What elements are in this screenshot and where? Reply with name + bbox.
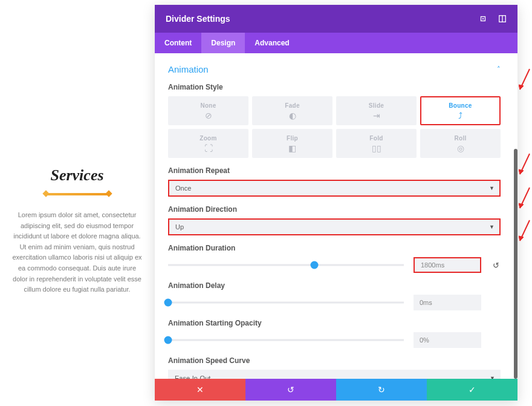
caret-down-icon: ▼ (489, 224, 495, 230)
tab-content[interactable]: Content (155, 33, 201, 53)
none-icon: ⊘ (205, 111, 212, 120)
section-title-text: Animation (168, 64, 209, 74)
style-tile-zoom[interactable]: Zoom⛶ (168, 129, 248, 158)
svg-marker-11 (519, 236, 524, 241)
modal-footer: ✕ ↺ ↻ ✓ (155, 379, 517, 401)
opacity-slider[interactable] (168, 334, 404, 346)
label-delay: Animation Delay (168, 281, 501, 290)
scrollbar[interactable] (514, 149, 517, 379)
tabs: Content Design Advanced (155, 33, 517, 53)
redo-button[interactable]: ↻ (336, 379, 427, 401)
delay-row: 0ms ↺ (168, 295, 501, 310)
style-tile-fade[interactable]: Fade◐ (252, 96, 332, 125)
style-tile-slide[interactable]: Slide⇥ (336, 96, 417, 125)
style-tile-none[interactable]: None⊘ (168, 96, 248, 125)
duration-row: 1800ms ↺ (168, 257, 501, 273)
services-heading: Services (11, 166, 143, 185)
modal-header: Divider Settings (155, 5, 517, 33)
svg-line-6 (520, 154, 530, 174)
zoom-icon: ⛶ (204, 144, 213, 152)
tab-design[interactable]: Design (201, 33, 245, 53)
save-button[interactable]: ✓ (427, 379, 517, 401)
page-preview: Services Lorem ipsum dolor sit amet, con… (0, 0, 154, 406)
svg-marker-9 (519, 203, 524, 208)
style-tile-roll[interactable]: Roll◎ (420, 129, 501, 158)
header-icons (479, 15, 507, 23)
modal-title: Divider Settings (166, 14, 230, 24)
chevron-up-icon: ˄ (497, 65, 501, 73)
annotation-arrow (519, 68, 531, 94)
label-style: Animation Style (168, 83, 501, 91)
label-direction: Animation Direction (168, 205, 501, 214)
tab-advanced[interactable]: Advanced (245, 33, 299, 53)
opacity-input[interactable]: 0% (414, 332, 481, 348)
delay-input[interactable]: 0ms (414, 295, 481, 310)
section-animation[interactable]: Animation ˄ (168, 64, 501, 74)
label-curve: Animation Speed Curve (168, 356, 501, 365)
roll-icon: ◎ (457, 144, 464, 152)
duration-slider[interactable] (168, 259, 404, 271)
services-body: Lorem ipsum dolor sit amet, consectetur … (11, 210, 143, 295)
annotation-arrow (519, 152, 531, 179)
svg-line-4 (520, 69, 530, 90)
caret-down-icon: ▼ (489, 185, 495, 191)
divider-element (44, 193, 111, 195)
label-repeat: Animation Repeat (168, 166, 501, 175)
style-tile-bounce[interactable]: Bounce⤴ (420, 96, 501, 125)
repeat-select[interactable]: Once▼ (168, 180, 501, 197)
fold-icon: ▯▯ (372, 144, 381, 152)
flip-icon: ◧ (288, 144, 296, 152)
annotation-arrow (519, 186, 531, 213)
style-tile-flip[interactable]: Flip◧ (252, 129, 332, 158)
annotation-arrow (519, 219, 531, 246)
cancel-button[interactable]: ✕ (155, 379, 245, 401)
label-opacity: Animation Starting Opacity (168, 319, 501, 327)
expand-icon[interactable] (479, 15, 487, 23)
settings-modal: Divider Settings Content Design Advanced… (155, 5, 517, 401)
slide-icon: ⇥ (373, 111, 380, 120)
svg-marker-5 (519, 85, 524, 90)
bounce-icon: ⤴ (458, 111, 462, 120)
undo-button[interactable]: ↺ (245, 379, 336, 401)
delay-slider[interactable] (168, 296, 404, 309)
opacity-row: 0% ↺ (168, 332, 501, 348)
curve-select[interactable]: Ease-In-Out▼ (168, 370, 501, 379)
svg-point-1 (482, 18, 484, 19)
panel-body: Animation ˄ Animation Style None⊘ Fade◐ … (155, 53, 517, 379)
columns-icon[interactable] (498, 15, 507, 23)
duration-input[interactable]: 1800ms (414, 257, 481, 273)
svg-marker-7 (519, 169, 524, 174)
reset-icon[interactable]: ↺ (491, 261, 501, 270)
svg-line-10 (520, 220, 530, 241)
scroll-area: Animation ˄ Animation Style None⊘ Fade◐ … (155, 53, 514, 379)
svg-line-8 (520, 188, 530, 208)
label-duration: Animation Duration (168, 244, 501, 252)
style-tile-fold[interactable]: Fold▯▯ (336, 129, 417, 158)
fade-icon: ◐ (289, 111, 296, 120)
style-grid: None⊘ Fade◐ Slide⇥ Bounce⤴ Zoom⛶ Flip◧ F… (168, 96, 501, 158)
caret-down-icon: ▼ (490, 375, 495, 379)
direction-select[interactable]: Up▼ (168, 218, 501, 235)
